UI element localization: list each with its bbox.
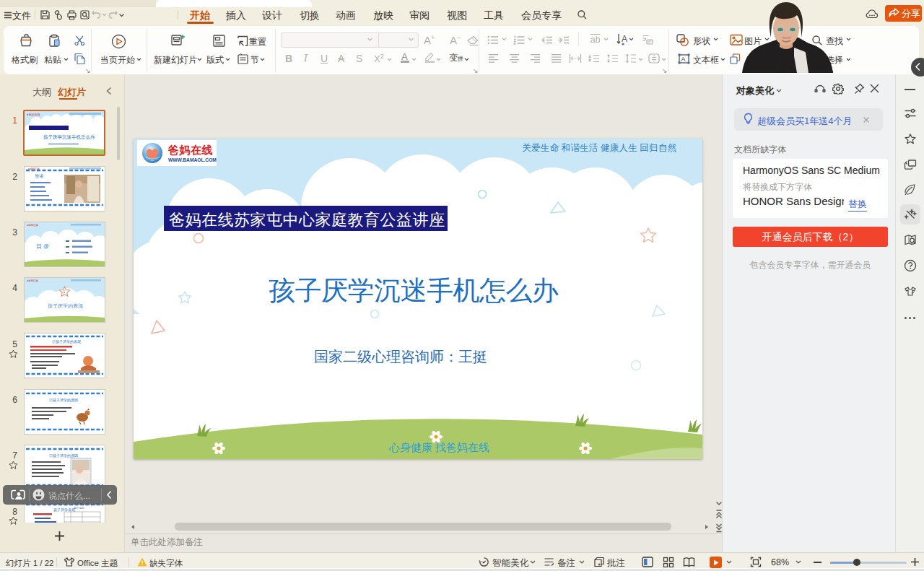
- svg-text:A: A: [622, 34, 627, 44]
- svg-text:导读: 导读: [35, 173, 43, 178]
- svg-text:孩子厌学沉迷手机怎么办: 孩子厌学沉迷手机怎么办: [43, 134, 95, 140]
- svg-text:孩子厌学的表现: 孩子厌学的表现: [48, 303, 83, 309]
- svg-text:●爸妈在线: ●爸妈在线: [28, 167, 40, 170]
- svg-text:A: A: [681, 56, 686, 63]
- svg-text:◎孩子厌学的原因: ◎孩子厌学的原因: [49, 453, 78, 458]
- svg-text:◎孩子厌学的原因: ◎孩子厌学的原因: [49, 398, 78, 403]
- svg-text:他律 目标: 他律 目标: [74, 507, 84, 510]
- svg-text:●爸妈在线: ●爸妈在线: [27, 279, 39, 282]
- svg-text:目 录: 目 录: [36, 243, 49, 250]
- svg-text:◎孩子厌学的表现: ◎孩子厌学的表现: [52, 339, 82, 344]
- svg-text:●爸妈在线: ●爸妈在线: [27, 223, 39, 227]
